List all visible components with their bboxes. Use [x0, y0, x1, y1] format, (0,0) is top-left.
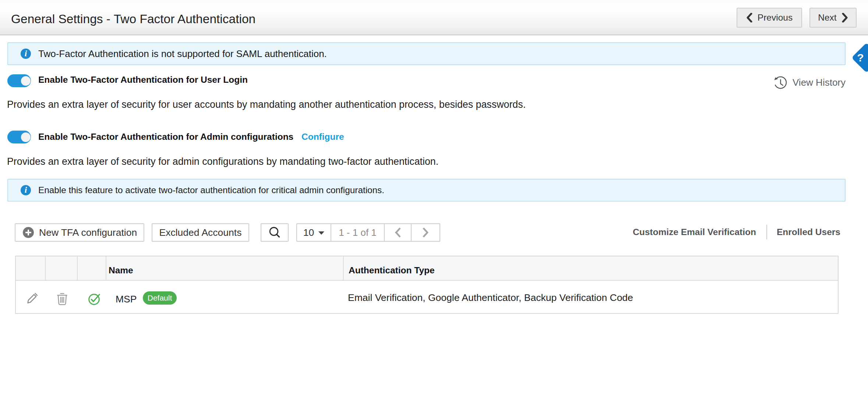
svg-text:?: ? — [857, 52, 864, 64]
